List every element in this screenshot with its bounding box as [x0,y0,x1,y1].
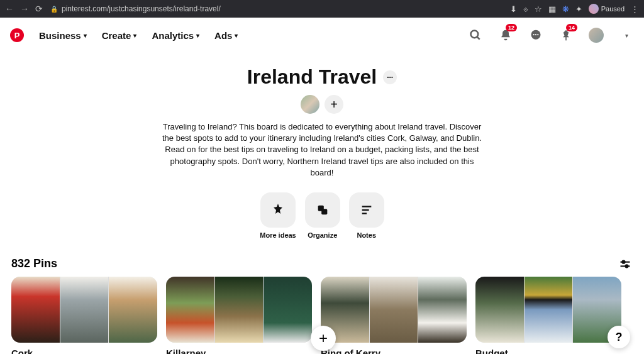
svg-rect-8 [321,209,327,214]
svg-point-15 [625,265,628,267]
address-bar[interactable]: 🔒 pinterest.com/justchasingsunsets/irela… [50,4,502,13]
pinterest-logo-icon[interactable]: P [10,28,24,42]
bell-icon[interactable]: 12 [498,28,513,43]
add-collaborator-button[interactable]: + [325,95,343,114]
svg-rect-6 [565,37,567,41]
chevron-down-icon: ▾ [84,32,87,39]
chevron-down-icon: ▾ [133,32,136,39]
board-hero: Ireland Travel ··· + Traveling to Irelan… [0,53,644,245]
section-title: Killarney [166,348,312,354]
lock-icon: 🔒 [50,6,58,13]
nav-ads[interactable]: Ads▾ [214,30,238,41]
pin-badge: 14 [566,24,577,31]
section-cover [166,277,312,343]
star-icon[interactable]: ☆ [535,4,542,14]
app-header: P Business▾ Create▾ Analytics▾ Ads▾ 12 1… [0,18,644,53]
url-text: pinterest.com/justchasingsunsets/ireland… [62,4,221,13]
more-ideas-label: More ideas [260,231,296,239]
section-title: Cork [11,348,157,354]
section-ring-of-kerry[interactable]: Ring of Kerry Pins [321,277,467,354]
download-icon[interactable]: ⬇ [510,4,517,14]
help-fab[interactable]: ? [608,326,630,348]
pin-icon[interactable]: 14 [558,28,574,43]
extension-icon[interactable]: ▦ [548,4,556,14]
nav-analytics[interactable]: Analytics▾ [152,30,199,41]
pins-count: 832 Pins [11,257,57,270]
organize-button[interactable] [305,192,340,228]
nav-create[interactable]: Create▾ [102,30,137,41]
board-description: Traveling to Ireland? This board is dedi… [162,121,482,179]
more-ideas-button[interactable] [260,192,296,228]
profile-avatar-icon [589,4,599,14]
kebab-icon[interactable]: ⋮ [631,4,639,14]
bookmark-icon[interactable]: ⟐ [523,4,528,14]
puzzle-icon[interactable]: ✦ [575,4,582,14]
section-killarney[interactable]: Killarney 10 Pins [166,277,312,354]
svg-point-4 [535,34,536,35]
forward-button[interactable]: → [20,4,29,14]
user-avatar[interactable] [589,28,604,43]
search-icon[interactable] [468,28,483,43]
extension-gear-icon[interactable]: ❋ [562,4,569,14]
section-title: Ring of Kerry [321,348,467,354]
chevron-down-icon: ▾ [235,32,238,39]
profile-state: Paused [601,5,625,13]
section-title: Budget [475,348,621,354]
svg-point-3 [533,34,535,35]
section-cover [321,277,467,343]
reload-button[interactable]: ⟳ [35,4,43,14]
account-chevron-icon[interactable]: ▾ [619,28,634,43]
svg-point-13 [622,261,625,263]
profile-chip[interactable]: Paused [589,4,625,14]
svg-line-1 [477,37,480,40]
section-budget[interactable]: Budget 7 Pins [475,277,621,354]
board-title: Ireland Travel [247,65,377,89]
svg-point-5 [537,34,538,35]
section-cork[interactable]: Cork 9 Pins [11,277,157,354]
section-cover [11,277,157,343]
filter-button[interactable] [618,257,633,272]
notification-badge: 12 [506,24,517,31]
notes-label: Notes [357,231,376,239]
notes-button[interactable] [349,192,384,228]
organize-label: Organize [308,231,337,239]
back-button[interactable]: ← [5,4,14,14]
pins-header: 832 Pins [0,245,644,277]
browser-chrome: ← → ⟳ 🔒 pinterest.com/justchasingsunsets… [0,0,644,18]
create-pin-fab[interactable]: + [311,326,336,351]
svg-point-0 [471,31,479,38]
messages-icon[interactable] [528,28,543,43]
chevron-down-icon: ▾ [196,32,199,39]
section-cover [475,277,621,343]
nav-business[interactable]: Business▾ [39,30,87,41]
board-options-button[interactable]: ··· [383,70,397,84]
owner-avatar[interactable] [301,95,319,114]
